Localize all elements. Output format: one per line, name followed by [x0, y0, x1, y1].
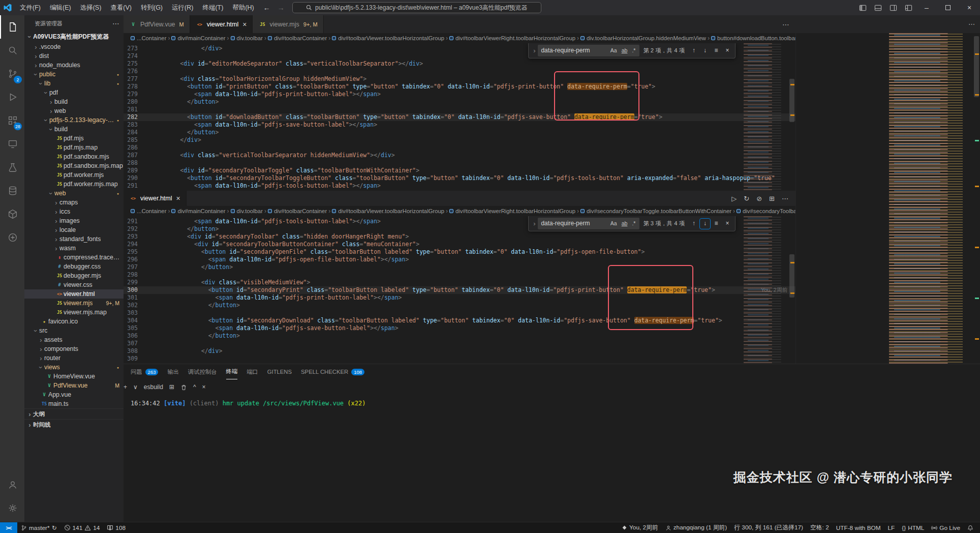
- menu-item[interactable]: 帮助(H): [228, 0, 258, 15]
- toggle-secondary-sidebar-icon[interactable]: [885, 0, 901, 15]
- breadcrumb-item[interactable]: div#toolbarContainer: [268, 35, 327, 41]
- panel-tab-输出[interactable]: 输出: [167, 364, 179, 379]
- tree-folder-cmaps[interactable]: ›cmaps: [24, 198, 124, 207]
- tree-folder-pdfjs-5.2.133-legacy-dist[interactable]: ›pdfjs-5.2.133-legacy-dist●: [24, 115, 124, 125]
- git-branch-status[interactable]: master* ↻: [17, 522, 60, 533]
- disable-icon[interactable]: ⊘: [756, 195, 762, 202]
- menu-item[interactable]: 编辑(E): [45, 0, 76, 15]
- code-line[interactable]: 277 <div class="toolbarHorizontalGroup h…: [124, 75, 795, 83]
- tree-file-pdf.mjs[interactable]: JSpdf.mjs: [24, 134, 124, 143]
- code-line[interactable]: 309: [124, 355, 795, 363]
- code-line[interactable]: 296 <span data-l10n-id="pdfjs-open-file-…: [124, 256, 795, 263]
- regex-icon[interactable]: .*: [631, 219, 636, 228]
- find-next-icon[interactable]: ↓: [700, 219, 710, 229]
- minimize-icon[interactable]: –: [916, 0, 937, 15]
- notifications-bell-icon[interactable]: [964, 522, 977, 533]
- code-line[interactable]: 285 </div>: [124, 136, 795, 144]
- remote-explorer-icon[interactable]: [0, 132, 24, 156]
- extensions-icon[interactable]: 28: [0, 109, 24, 132]
- editor-tab-viewer.mjs[interactable]: JSviewer.mjs9+, M: [253, 15, 323, 33]
- explorer-more-actions-icon[interactable]: ⋯: [112, 19, 119, 27]
- code-line[interactable]: 284 </button>: [124, 129, 795, 136]
- breadcrumb-item[interactable]: div#secondaryToolbarToggle.toolbarButton…: [580, 208, 731, 214]
- code-line[interactable]: 301 <span data-l10n-id="pdfjs-print-butt…: [124, 294, 795, 302]
- code-line[interactable]: 288: [124, 159, 795, 167]
- tree-file-main.ts[interactable]: TSmain.ts: [24, 399, 124, 408]
- language-mode-status[interactable]: {} HTML: [898, 522, 928, 533]
- close-window-icon[interactable]: ×: [959, 0, 980, 15]
- find-previous-icon[interactable]: ↑: [689, 219, 699, 229]
- account-icon[interactable]: [0, 473, 24, 496]
- code-line[interactable]: 289 <div id="secondaryToolbarToggle" cla…: [124, 167, 795, 174]
- code-line[interactable]: 286: [124, 144, 795, 152]
- editor-tab-viewer.html[interactable]: <>viewer.html×: [190, 15, 253, 33]
- tree-file-pdf.worker.mjs.map[interactable]: JSpdf.worker.mjs.map: [24, 180, 124, 189]
- breadcrumb-item[interactable]: button#downloadButton.toolbarButton: [711, 35, 795, 41]
- eol-status[interactable]: LF: [884, 522, 899, 533]
- tree-folder-web[interactable]: ›web●: [24, 189, 124, 198]
- menu-item[interactable]: 选择(S): [76, 0, 106, 15]
- code-line[interactable]: 307: [124, 340, 795, 347]
- right-editor-content[interactable]: [796, 33, 980, 364]
- tree-folder-src[interactable]: ›src: [24, 326, 124, 335]
- menu-item[interactable]: 运行(R): [167, 0, 198, 15]
- toggle-panel-icon[interactable]: [870, 0, 885, 15]
- command-center-search[interactable]: public\lib\pdfjs-5.2.133-legacy-dist\web…: [292, 2, 541, 13]
- whole-word-icon[interactable]: ab: [621, 219, 629, 228]
- terminal-dropdown-icon[interactable]: ∨: [133, 383, 138, 391]
- close-tab-icon[interactable]: ×: [176, 194, 180, 202]
- find-previous-icon[interactable]: ↑: [689, 46, 699, 56]
- find-in-selection-icon[interactable]: ≡: [711, 46, 721, 56]
- find-input[interactable]: data-require-perm Aa ab .*: [538, 218, 639, 229]
- tree-folder-build[interactable]: ›build: [24, 97, 124, 106]
- indentation-status[interactable]: 空格: 2: [807, 522, 833, 533]
- breadcrumb-item[interactable]: div.toolbar: [231, 208, 263, 214]
- find-next-icon[interactable]: ↓: [700, 46, 710, 56]
- code-line[interactable]: 306 </button>: [124, 332, 795, 340]
- code-line[interactable]: 308 </div>: [124, 347, 795, 355]
- close-tab-icon[interactable]: ×: [242, 20, 247, 28]
- breadcrumb-item[interactable]: div.toolbarHorizontalGroup.hiddenMediumV…: [580, 35, 706, 41]
- terminal-process-label[interactable]: esbuild: [144, 383, 163, 391]
- menu-item[interactable]: 查看(V): [106, 0, 136, 15]
- code-line[interactable]: 290 <button id="secondaryToolbarToggleBu…: [124, 174, 795, 182]
- editor-tab-PdfView.vue[interactable]: VPdfView.vueM: [124, 15, 190, 33]
- tree-file-PdfView.vue[interactable]: VPdfView.vueM: [24, 381, 124, 390]
- code-line[interactable]: 281: [124, 106, 795, 113]
- code-line[interactable]: 304 <button id="secondaryDownload" class…: [124, 317, 795, 324]
- code-line[interactable]: 280 </button>: [124, 98, 795, 106]
- tree-folder-assets[interactable]: ›assets: [24, 335, 124, 344]
- workspace-root-folder[interactable]: › A09VUE3高性能PDF预览器: [24, 32, 124, 42]
- tree-folder-lib[interactable]: ›lib●: [24, 79, 124, 88]
- panel-tab-SPELL CHECKER[interactable]: SPELL CHECKER108: [301, 364, 364, 379]
- live-share-icon[interactable]: [0, 226, 24, 249]
- find-in-selection-icon[interactable]: ≡: [711, 219, 721, 229]
- testing-icon[interactable]: [0, 156, 24, 179]
- gitlens-blame-status[interactable]: You, 2周前: [618, 522, 662, 533]
- code-line[interactable]: 300 <button id="secondaryPrint" class="t…: [124, 286, 795, 294]
- breadcrumb-item[interactable]: div#secondaryToolbar.hidden.d...: [737, 208, 795, 214]
- panel-tab-问题[interactable]: 问题263: [131, 364, 158, 379]
- breadcrumb-item[interactable]: div#mainContainer: [171, 208, 225, 214]
- split-terminal-icon[interactable]: ⊞: [169, 383, 174, 391]
- match-case-icon[interactable]: Aa: [609, 219, 618, 228]
- run-file-icon[interactable]: ▷: [731, 195, 737, 202]
- code-line[interactable]: 276: [124, 68, 795, 75]
- tree-folder-router[interactable]: ›router: [24, 353, 124, 363]
- menu-item[interactable]: 文件(F): [15, 0, 45, 15]
- code-line[interactable]: 282 <button id="downloadButton" class="t…: [124, 113, 795, 121]
- tree-folder-dist[interactable]: ›dist: [24, 51, 124, 61]
- maximize-panel-icon[interactable]: ^: [193, 383, 196, 391]
- toggle-replace-icon[interactable]: ›: [531, 47, 538, 54]
- tree-file-debugger.css[interactable]: #debugger.css: [24, 262, 124, 271]
- breadcrumb-item[interactable]: div#toolbarContainer: [268, 208, 327, 214]
- code-line[interactable]: 275 <div id="editorModeSeparator" class=…: [124, 60, 795, 68]
- code-line[interactable]: 299 <div class="visibleMediumView">: [124, 279, 795, 286]
- editor-more-actions-icon[interactable]: ⋯: [968, 20, 975, 28]
- tree-file-viewer.html[interactable]: <>viewer.html: [24, 289, 124, 299]
- code-line[interactable]: 303: [124, 309, 795, 317]
- code-line[interactable]: 294 <div id="secondaryToolbarButtonConta…: [124, 241, 795, 248]
- minimap[interactable]: [887, 33, 971, 364]
- whole-word-icon[interactable]: ab: [621, 46, 629, 55]
- tree-folder-locale[interactable]: ›locale: [24, 225, 124, 234]
